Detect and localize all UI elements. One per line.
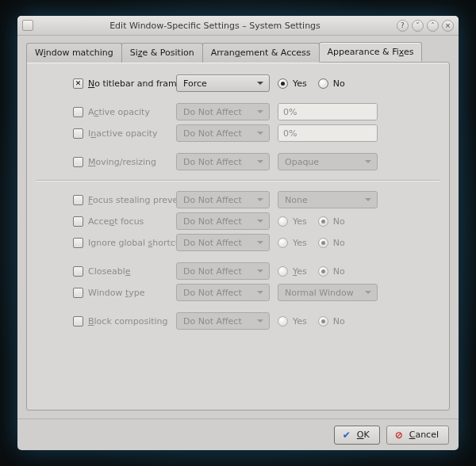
- chevron-down-icon: [255, 241, 266, 244]
- label-yes: Yes: [293, 238, 307, 248]
- checkbox-active-opacity[interactable]: [73, 107, 83, 117]
- tab-strip: Window matching Size & Position Arrangem…: [17, 36, 459, 62]
- cancel-button[interactable]: ⊘ Cancel: [386, 426, 449, 445]
- checkbox-ignore-shortcuts[interactable]: [73, 238, 83, 248]
- combo-no-titlebar-mode[interactable]: Force: [176, 74, 270, 92]
- chevron-down-icon: [363, 291, 374, 294]
- chevron-down-icon: [363, 160, 374, 163]
- checkbox-moving-resizing[interactable]: [73, 157, 83, 167]
- label-accept-focus: Accept focus: [88, 216, 144, 227]
- label-moving-resizing: Moving/resizing: [88, 157, 156, 167]
- chevron-down-icon: [255, 110, 266, 113]
- tab-arrangement-access[interactable]: Arrangement & Access: [202, 43, 320, 63]
- combo-inactive-opacity-mode: Do Not Affect: [176, 124, 270, 142]
- dialog-footer: ✔ OK ⊘ Cancel: [17, 418, 459, 450]
- label-ignore-shortcuts: Ignore global shortcuts: [88, 238, 189, 248]
- maximize-button[interactable]: ˄: [427, 20, 439, 32]
- row-ignore-shortcuts: Ignore global shortcuts Do Not Affect Ye…: [36, 233, 440, 252]
- combo-focus-stealing-value: None: [278, 191, 378, 208]
- row-active-opacity: Active opacity Do Not Affect: [36, 102, 440, 121]
- label-yes: Yes: [293, 266, 307, 277]
- chevron-down-icon: [255, 82, 266, 85]
- combo-moving-resizing-value: Opaque: [278, 153, 378, 170]
- row-no-titlebar: No titlebar and frame Force Yes No: [36, 74, 440, 93]
- combo-accept-focus-mode: Do Not Affect: [176, 212, 270, 230]
- spin-inactive-opacity: [278, 124, 378, 142]
- checkbox-closeable[interactable]: [73, 266, 83, 277]
- window-title: Edit Window-Specific Settings – System S…: [38, 21, 392, 31]
- label-inactive-opacity: Inactive opacity: [88, 128, 158, 139]
- tab-window-matching[interactable]: Window matching: [26, 43, 122, 63]
- radio-closeable-no: [318, 266, 328, 277]
- chevron-down-icon: [255, 198, 266, 201]
- label-no: No: [333, 238, 345, 248]
- combo-active-opacity-mode: Do Not Affect: [176, 103, 270, 120]
- radio-ignore-shortcuts-no: [318, 238, 328, 248]
- radio-no-titlebar-no[interactable]: [318, 78, 328, 89]
- chevron-down-icon: [363, 198, 374, 201]
- radio-closeable-yes: [278, 266, 288, 277]
- combo-focus-stealing-mode: Do Not Affect: [176, 191, 270, 208]
- spin-inactive-opacity-input: [278, 125, 378, 141]
- tab-appearance-fixes[interactable]: Appearance & Fixes: [319, 42, 423, 62]
- combo-window-type-value: Normal Window: [278, 284, 378, 301]
- chevron-down-icon: [255, 291, 266, 294]
- checkbox-focus-stealing[interactable]: [73, 195, 83, 205]
- radio-ignore-shortcuts-yes: [278, 238, 288, 248]
- label-no: No: [333, 78, 345, 89]
- checkbox-accept-focus[interactable]: [73, 216, 83, 227]
- radio-accept-focus-no: [318, 216, 328, 227]
- titlebar-buttons: ? ˅ ˄ ×: [397, 20, 454, 32]
- row-inactive-opacity: Inactive opacity Do Not Affect: [36, 124, 440, 143]
- tab-size-position[interactable]: Size & Position: [121, 43, 203, 63]
- label-no: No: [333, 316, 345, 327]
- label-block-compositing: Block compositing: [88, 316, 168, 327]
- label-no-titlebar: No titlebar and frame: [88, 78, 182, 89]
- separator: [36, 180, 440, 181]
- minimize-button[interactable]: ˅: [412, 20, 424, 32]
- combo-ignore-shortcuts-mode: Do Not Affect: [176, 234, 270, 251]
- combo-block-compositing-mode: Do Not Affect: [176, 312, 270, 330]
- radio-no-titlebar-yes[interactable]: [278, 78, 288, 89]
- label-yes: Yes: [293, 316, 307, 327]
- window-frame: Edit Window-Specific Settings – System S…: [17, 16, 459, 450]
- checkbox-inactive-opacity[interactable]: [73, 128, 83, 139]
- tab-panel-appearance-fixes: No titlebar and frame Force Yes No Activ…: [26, 62, 450, 411]
- checkbox-no-titlebar[interactable]: [73, 78, 83, 89]
- row-focus-stealing: Focus stealing prevention Do Not Affect …: [36, 190, 440, 209]
- row-accept-focus: Accept focus Do Not Affect Yes No: [36, 212, 440, 231]
- label-closeable: Closeable: [88, 266, 131, 277]
- combo-window-type-mode: Do Not Affect: [176, 284, 270, 301]
- radio-block-compositing-no: [318, 316, 328, 327]
- chevron-down-icon: [255, 220, 266, 223]
- label-window-type: Window type: [88, 288, 144, 298]
- label-yes: Yes: [293, 216, 307, 227]
- ok-button[interactable]: ✔ OK: [334, 426, 380, 445]
- row-moving-resizing: Moving/resizing Do Not Affect Opaque: [36, 152, 440, 171]
- close-button[interactable]: ×: [442, 20, 454, 32]
- label-yes: Yes: [293, 78, 307, 89]
- chevron-down-icon: [255, 132, 266, 135]
- combo-moving-resizing-mode: Do Not Affect: [176, 153, 270, 170]
- radio-accept-focus-yes: [278, 216, 288, 227]
- label-no: No: [333, 266, 345, 277]
- checkbox-block-compositing[interactable]: [73, 316, 83, 327]
- chevron-down-icon: [255, 269, 266, 273]
- label-no: No: [333, 216, 345, 227]
- row-block-compositing: Block compositing Do Not Affect Yes No: [36, 311, 440, 330]
- cancel-icon: ⊘: [393, 430, 405, 441]
- radio-block-compositing-yes: [278, 316, 288, 327]
- row-window-type: Window type Do Not Affect Normal Window: [36, 283, 440, 302]
- app-menu-icon[interactable]: [22, 20, 33, 31]
- spin-active-opacity: [278, 103, 378, 120]
- spin-active-opacity-input: [278, 104, 378, 120]
- checkbox-window-type[interactable]: [73, 288, 83, 298]
- chevron-down-icon: [255, 160, 266, 163]
- combo-closeable-mode: Do Not Affect: [176, 262, 270, 280]
- label-active-opacity: Active opacity: [88, 107, 150, 117]
- chevron-down-icon: [255, 319, 266, 323]
- titlebar: Edit Window-Specific Settings – System S…: [17, 16, 459, 36]
- row-closeable: Closeable Do Not Affect Yes No: [36, 262, 440, 281]
- help-button[interactable]: ?: [397, 20, 409, 32]
- check-icon: ✔: [341, 430, 352, 441]
